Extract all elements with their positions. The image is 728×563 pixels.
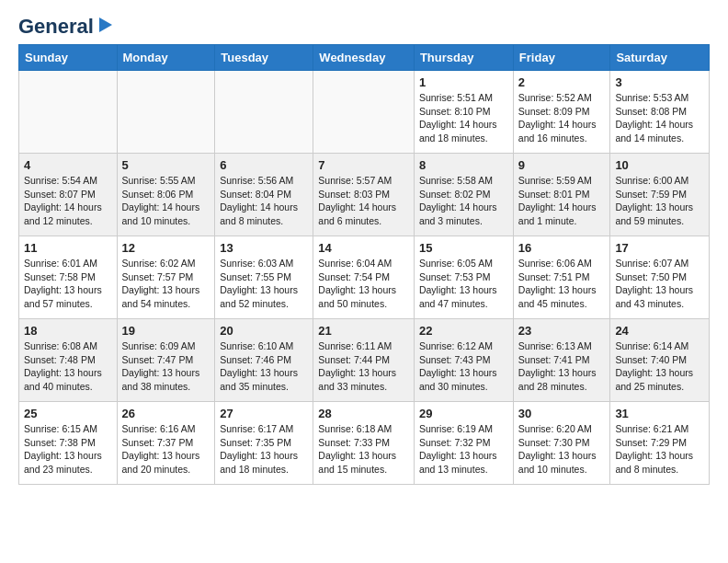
page-header: General <box>18 15 710 35</box>
day-number: 1 <box>419 75 508 89</box>
day-number: 25 <box>24 407 112 420</box>
calendar-cell: 17Sunrise: 6:07 AMSunset: 7:50 PMDayligh… <box>610 236 710 319</box>
cell-info: Sunrise: 6:17 AMSunset: 7:35 PMDaylight:… <box>220 422 308 477</box>
day-number: 30 <box>518 407 606 420</box>
calendar-cell: 2Sunrise: 5:52 AMSunset: 8:09 PMDaylight… <box>513 71 610 154</box>
cell-info: Sunrise: 5:54 AMSunset: 8:07 PMDaylight:… <box>24 174 112 228</box>
day-number: 10 <box>615 158 704 172</box>
cell-info: Sunrise: 5:59 AMSunset: 8:01 PMDaylight:… <box>518 174 606 228</box>
cell-info: Sunrise: 6:21 AMSunset: 7:29 PMDaylight:… <box>615 422 704 477</box>
cell-info: Sunrise: 6:08 AMSunset: 7:48 PMDaylight:… <box>24 339 112 394</box>
cell-info: Sunrise: 6:16 AMSunset: 7:37 PMDaylight:… <box>122 422 210 477</box>
cell-info: Sunrise: 6:02 AMSunset: 7:57 PMDaylight:… <box>122 257 210 311</box>
calendar-cell: 11Sunrise: 6:01 AMSunset: 7:58 PMDayligh… <box>19 236 118 319</box>
day-number: 6 <box>220 158 308 172</box>
cell-info: Sunrise: 6:05 AMSunset: 7:53 PMDaylight:… <box>419 257 508 311</box>
day-number: 8 <box>419 158 508 172</box>
calendar-cell: 7Sunrise: 5:57 AMSunset: 8:03 PMDaylight… <box>313 154 415 236</box>
day-number: 2 <box>518 75 606 89</box>
weekday-header-saturday: Saturday <box>610 45 710 71</box>
calendar-cell: 31Sunrise: 6:21 AMSunset: 7:29 PMDayligh… <box>610 402 710 485</box>
day-number: 31 <box>615 407 704 420</box>
day-number: 28 <box>318 407 409 420</box>
day-number: 4 <box>24 158 112 172</box>
day-number: 14 <box>318 241 409 255</box>
calendar-cell: 9Sunrise: 5:59 AMSunset: 8:01 PMDaylight… <box>513 154 610 236</box>
week-row-1: 1Sunrise: 5:51 AMSunset: 8:10 PMDaylight… <box>19 71 710 154</box>
day-number: 22 <box>419 324 508 338</box>
calendar-cell: 28Sunrise: 6:18 AMSunset: 7:33 PMDayligh… <box>313 402 415 485</box>
week-row-5: 25Sunrise: 6:15 AMSunset: 7:38 PMDayligh… <box>19 402 710 485</box>
calendar-cell: 18Sunrise: 6:08 AMSunset: 7:48 PMDayligh… <box>19 319 118 402</box>
calendar-cell <box>19 71 118 154</box>
cell-info: Sunrise: 6:10 AMSunset: 7:46 PMDaylight:… <box>220 339 308 394</box>
cell-info: Sunrise: 6:11 AMSunset: 7:44 PMDaylight:… <box>318 339 409 394</box>
calendar-cell: 15Sunrise: 6:05 AMSunset: 7:53 PMDayligh… <box>414 236 513 319</box>
calendar-cell: 25Sunrise: 6:15 AMSunset: 7:38 PMDayligh… <box>19 402 118 485</box>
cell-info: Sunrise: 6:01 AMSunset: 7:58 PMDaylight:… <box>24 257 112 311</box>
weekday-header-friday: Friday <box>513 45 610 71</box>
calendar-cell: 19Sunrise: 6:09 AMSunset: 7:47 PMDayligh… <box>117 319 215 402</box>
day-number: 24 <box>615 324 704 338</box>
cell-info: Sunrise: 5:51 AMSunset: 8:10 PMDaylight:… <box>419 91 508 145</box>
cell-info: Sunrise: 6:18 AMSunset: 7:33 PMDaylight:… <box>318 422 409 477</box>
day-number: 23 <box>518 324 606 338</box>
calendar-cell: 14Sunrise: 6:04 AMSunset: 7:54 PMDayligh… <box>313 236 415 319</box>
day-number: 3 <box>615 75 704 89</box>
weekday-header-row: SundayMondayTuesdayWednesdayThursdayFrid… <box>19 45 710 71</box>
day-number: 20 <box>220 324 308 338</box>
cell-info: Sunrise: 5:52 AMSunset: 8:09 PMDaylight:… <box>518 91 606 145</box>
day-number: 27 <box>220 407 308 420</box>
calendar-cell: 4Sunrise: 5:54 AMSunset: 8:07 PMDaylight… <box>19 154 118 236</box>
cell-info: Sunrise: 5:57 AMSunset: 8:03 PMDaylight:… <box>318 174 409 228</box>
cell-info: Sunrise: 6:09 AMSunset: 7:47 PMDaylight:… <box>122 339 210 394</box>
cell-info: Sunrise: 6:03 AMSunset: 7:55 PMDaylight:… <box>220 257 308 311</box>
day-number: 5 <box>122 158 210 172</box>
cell-info: Sunrise: 6:06 AMSunset: 7:51 PMDaylight:… <box>518 257 606 311</box>
day-number: 16 <box>518 241 606 255</box>
calendar-cell: 30Sunrise: 6:20 AMSunset: 7:30 PMDayligh… <box>513 402 610 485</box>
cell-info: Sunrise: 6:13 AMSunset: 7:41 PMDaylight:… <box>518 339 606 394</box>
calendar-cell: 20Sunrise: 6:10 AMSunset: 7:46 PMDayligh… <box>215 319 313 402</box>
day-number: 9 <box>518 158 606 172</box>
logo-arrow-icon <box>96 16 116 36</box>
cell-info: Sunrise: 6:19 AMSunset: 7:32 PMDaylight:… <box>419 422 508 477</box>
cell-info: Sunrise: 5:58 AMSunset: 8:02 PMDaylight:… <box>419 174 508 228</box>
calendar-cell: 16Sunrise: 6:06 AMSunset: 7:51 PMDayligh… <box>513 236 610 319</box>
logo-general: General <box>18 15 94 39</box>
day-number: 19 <box>122 324 210 338</box>
weekday-header-wednesday: Wednesday <box>313 45 415 71</box>
week-row-2: 4Sunrise: 5:54 AMSunset: 8:07 PMDaylight… <box>19 154 710 236</box>
svg-marker-0 <box>99 17 112 32</box>
cell-info: Sunrise: 6:07 AMSunset: 7:50 PMDaylight:… <box>615 257 704 311</box>
calendar-cell <box>215 71 313 154</box>
week-row-3: 11Sunrise: 6:01 AMSunset: 7:58 PMDayligh… <box>19 236 710 319</box>
weekday-header-sunday: Sunday <box>19 45 118 71</box>
calendar-cell: 6Sunrise: 5:56 AMSunset: 8:04 PMDaylight… <box>215 154 313 236</box>
calendar-cell: 23Sunrise: 6:13 AMSunset: 7:41 PMDayligh… <box>513 319 610 402</box>
day-number: 18 <box>24 324 112 338</box>
weekday-header-tuesday: Tuesday <box>215 45 313 71</box>
day-number: 13 <box>220 241 308 255</box>
day-number: 15 <box>419 241 508 255</box>
calendar-cell: 1Sunrise: 5:51 AMSunset: 8:10 PMDaylight… <box>414 71 513 154</box>
cell-info: Sunrise: 5:53 AMSunset: 8:08 PMDaylight:… <box>615 91 704 145</box>
calendar-cell: 12Sunrise: 6:02 AMSunset: 7:57 PMDayligh… <box>117 236 215 319</box>
day-number: 29 <box>419 407 508 420</box>
logo: General <box>18 15 116 35</box>
calendar-table: SundayMondayTuesdayWednesdayThursdayFrid… <box>18 44 710 485</box>
cell-info: Sunrise: 6:12 AMSunset: 7:43 PMDaylight:… <box>419 339 508 394</box>
day-number: 7 <box>318 158 409 172</box>
cell-info: Sunrise: 5:56 AMSunset: 8:04 PMDaylight:… <box>220 174 308 228</box>
day-number: 11 <box>24 241 112 255</box>
calendar-cell: 3Sunrise: 5:53 AMSunset: 8:08 PMDaylight… <box>610 71 710 154</box>
calendar-cell: 21Sunrise: 6:11 AMSunset: 7:44 PMDayligh… <box>313 319 415 402</box>
calendar-cell: 13Sunrise: 6:03 AMSunset: 7:55 PMDayligh… <box>215 236 313 319</box>
cell-info: Sunrise: 6:15 AMSunset: 7:38 PMDaylight:… <box>24 422 112 477</box>
calendar-cell: 26Sunrise: 6:16 AMSunset: 7:37 PMDayligh… <box>117 402 215 485</box>
cell-info: Sunrise: 6:20 AMSunset: 7:30 PMDaylight:… <box>518 422 606 477</box>
calendar-cell: 8Sunrise: 5:58 AMSunset: 8:02 PMDaylight… <box>414 154 513 236</box>
cell-info: Sunrise: 6:14 AMSunset: 7:40 PMDaylight:… <box>615 339 704 394</box>
calendar-cell <box>117 71 215 154</box>
calendar-cell: 10Sunrise: 6:00 AMSunset: 7:59 PMDayligh… <box>610 154 710 236</box>
